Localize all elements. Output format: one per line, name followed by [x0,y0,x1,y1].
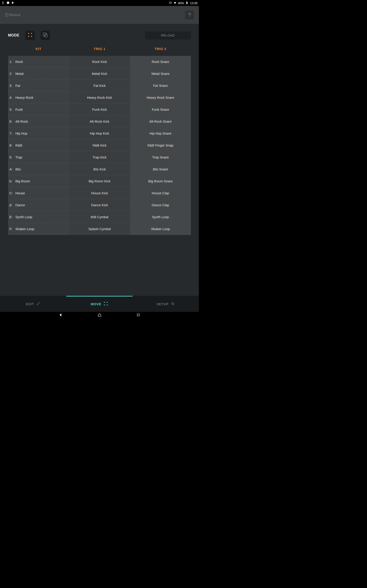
kit-name: Fat [15,84,20,87]
kit-cell[interactable]: 1:Rock [8,56,69,68]
trig2-cell[interactable]: Hip Hop Snare [130,128,191,139]
trig2-cell[interactable]: Funk Snare [130,104,191,115]
back-icon[interactable] [59,313,63,318]
kit-name: Big Room [15,179,30,183]
kit-table: KIT TRIG 1 TRIG 2 1:RockRock KickRock Sn… [0,47,199,235]
trig2-cell[interactable]: House Clap [130,187,191,199]
play-store-icon [11,1,15,5]
col-trig1: TRIG 1 [69,47,130,51]
kit-cell[interactable]: 8:R&B [8,139,69,151]
help-button[interactable]: ? [185,10,194,19]
mode-expand-button[interactable] [25,31,35,40]
kit-name: Funk [15,108,23,111]
kit-index: 8: [9,144,15,147]
kit-cell[interactable]: 4:Heavy Rock [8,92,69,104]
reload-label: RELOAD [161,34,175,37]
kit-cell[interactable]: E:Synth Loop [8,211,69,223]
vibrate-icon [169,1,172,5]
col-kit: KIT [8,47,69,51]
kit-name: Dance [15,203,25,207]
trig2-cell[interactable]: Big Room Snare [130,175,191,187]
kit-cell[interactable]: A:80s [8,163,69,175]
kit-cell[interactable]: 3:Fat [8,80,69,92]
brand-logo: Roland [5,13,35,17]
trig1-cell[interactable]: Splash Cymbal [69,223,130,235]
kit-name: House [15,191,25,195]
kit-name: Trap [15,156,22,159]
trig2-cell[interactable]: Metal Snare [130,68,191,80]
trig2-cell[interactable]: R&B Finger Snap [130,139,191,151]
clock: 13:35 [190,1,198,5]
kit-index: A: [9,167,15,171]
kit-cell[interactable]: 2:Metal [8,68,69,80]
svg-rect-1 [187,1,187,2]
trig2-cell[interactable]: Dance Clap [130,199,191,211]
home-icon[interactable] [98,313,102,318]
kit-index: 5: [9,108,15,111]
trig2-cell[interactable]: Fat Snare [130,80,191,92]
kit-cell[interactable]: F:Shaker Loop [8,223,69,235]
kit-cell[interactable]: 5:Funk [8,104,69,115]
trig1-cell[interactable]: Big Room Kick [69,175,130,187]
kit-name: Rock [15,60,23,64]
trig1-cell[interactable]: 808 Cymbal [69,211,130,223]
svg-rect-6 [137,314,139,316]
trig2-cell[interactable]: Trap Snare [130,151,191,163]
trig1-cell[interactable]: Metal Kick [69,68,130,80]
app-header: Roland ? [0,6,199,24]
trig1-cell[interactable]: Alt-Rock Kick [69,115,130,128]
expand-icon [103,301,108,307]
trig1-cell[interactable]: Hip Hop Kick [69,128,130,139]
trig1-cell[interactable]: Trap Kick [69,151,130,163]
trig2-cell[interactable]: Alt-Rock Snare [130,115,191,128]
trig1-cell[interactable]: Dance Kick [69,199,130,211]
kit-index: 7: [9,132,15,135]
kit-cell[interactable]: b:Big Room [8,175,69,187]
nav-setup[interactable]: SETUP [133,296,199,312]
kit-index: b: [9,179,15,183]
trig1-cell[interactable]: Heavy Rock Kick [69,92,130,104]
nav-move[interactable]: MOVE [66,296,133,312]
kit-index: C: [9,191,15,195]
trig2-cell[interactable]: Synth Loop [130,211,191,223]
trig1-cell[interactable]: R&B Kick [69,139,130,151]
wifi-icon [173,1,177,5]
trig2-cell[interactable]: Heavy Rock Snare [130,92,191,104]
mode-swap-button[interactable] [41,31,50,40]
kit-cell[interactable]: C:House [8,187,69,199]
kit-name: Shaker Loop [15,227,34,231]
battery-icon [185,1,189,5]
svg-rect-2 [5,13,8,17]
nav-move-label: MOVE [91,302,101,306]
nav-edit[interactable]: EDIT [0,296,66,312]
kit-cell[interactable]: 9:Trap [8,151,69,163]
recent-icon[interactable] [136,313,140,318]
kit-cell[interactable]: d:Dance [8,199,69,211]
android-nav-bar [0,312,199,319]
battery-percent: 80% [178,1,184,5]
trig1-cell[interactable]: Funk Kick [69,104,130,115]
kit-index: 6: [9,120,15,123]
kit-index: d: [9,203,15,207]
trig2-cell[interactable]: 80s Snare [130,163,191,175]
kit-index: F: [9,227,15,231]
image-icon [6,1,10,5]
trig1-cell[interactable]: House Kick [69,187,130,199]
trig2-cell[interactable]: Shaker Loop [130,223,191,235]
kit-index: 1: [9,60,15,64]
kit-index: 9: [9,156,15,159]
nav-edit-label: EDIT [26,302,34,306]
help-label: ? [188,12,191,18]
reload-button[interactable]: RELOAD [145,32,191,40]
trig1-cell[interactable]: Rock Kick [69,56,130,68]
trig1-cell[interactable]: 80s Kick [69,163,130,175]
svg-text:Roland: Roland [9,13,20,17]
kit-name: Heavy Rock [15,96,33,99]
bottom-nav: EDIT MOVE SETUP [0,296,199,312]
trig2-cell[interactable]: Rock Snare [130,56,191,68]
kit-name: Synth Loop [15,215,32,219]
kit-cell[interactable]: 7:Hip Hop [8,128,69,139]
kit-cell[interactable]: 6:Alt-Rock [8,115,69,128]
trig1-cell[interactable]: Fat Kick [69,80,130,92]
svg-rect-0 [186,2,188,4]
